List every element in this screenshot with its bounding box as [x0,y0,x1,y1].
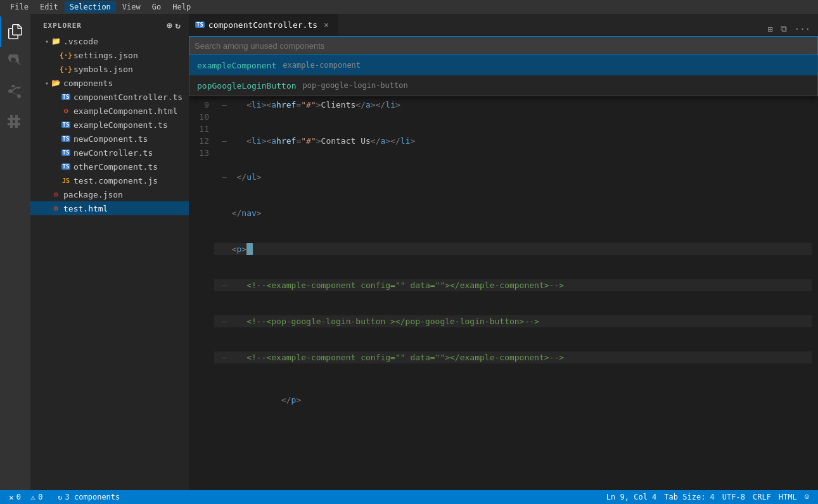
spacer [43,205,51,212]
search-activity-icon[interactable] [0,47,30,77]
code-line-8: </nav> [214,207,812,219]
menu-view[interactable]: View [117,1,146,13]
file-label: package.json [63,190,123,199]
status-encoding[interactable]: UTF-8 [719,490,749,504]
folder-icon: 📁 [51,36,61,46]
spacer [53,121,61,129]
components-label: 3 components [65,493,120,501]
code-line-11: – <!--<pop-google-login-button ></pop-go… [214,315,812,327]
file-label: newComponent.ts [73,134,148,144]
sidebar-item-components[interactable]: ▾ 📂 components [30,76,189,90]
warning-icon: ⚠ [30,493,35,502]
file-label: test.component.js [73,176,158,186]
sidebar-item-package-json[interactable]: ⚙ package.json [30,187,189,201]
source-control-activity-icon[interactable] [0,77,30,108]
component-search-dropdown: exampleComponent example-component popGo… [189,36,818,96]
sidebar-item-vscode[interactable]: ▾ 📁 .vscode [30,34,189,48]
spacer [53,93,61,101]
sidebar-title: EXPLORER [43,22,82,30]
editor-area: TS componentController.ts × ⊞ ⧉ ··· exam… [189,14,818,490]
code-line-5: – <li><a href="#">Clients</a></li> [214,99,812,111]
package-icon: ⚙ [51,189,61,199]
dropdown-item-name: popGoogleLoginButton [197,81,297,91]
encoding-label: UTF-8 [722,493,745,501]
extensions-activity-icon[interactable] [0,108,30,138]
menu-selection[interactable]: Selection [65,1,116,13]
json-icon: {·} [61,64,71,74]
html-icon: ⚙ [61,106,71,116]
more-actions-icon[interactable]: ··· [792,23,813,35]
tab-componentcontroller[interactable]: TS componentController.ts × [189,14,338,35]
open-in-side-icon[interactable]: ⧉ [778,22,789,35]
status-language[interactable]: HTML [775,490,801,504]
ts-icon: TS [61,134,71,144]
status-tabsize[interactable]: Tab Size: 4 [660,490,718,504]
language-label: HTML [779,493,797,501]
sidebar-item-testcomponent-js[interactable]: JS test.component.js [30,173,189,187]
status-components[interactable]: ↻ 3 components [54,490,124,504]
menu-file[interactable]: File [5,1,34,13]
error-icon: ✕ [9,493,14,502]
dropdown-item-tag: pop-google-login-button [303,81,408,90]
status-errors[interactable]: ✕ 0 ⚠ 0 [5,490,46,504]
sidebar-item-examplecomponent-html[interactable]: ⚙ exampleComponent.html [30,104,189,118]
menu-help[interactable]: Help [167,1,196,13]
spacer [43,191,51,198]
menu-go[interactable]: Go [147,1,166,13]
split-editor-icon[interactable]: ⊞ [765,23,775,35]
feedback-icon: ☺ [805,493,809,501]
sidebar-item-test-html[interactable]: ⚙ test.html [30,201,189,215]
dropdown-item-popgoogleloginbutton[interactable]: popGoogleLoginButton pop-google-login-bu… [189,75,817,96]
folder-icon: 📂 [51,78,61,88]
sidebar-item-newcomponent[interactable]: TS newComponent.ts [30,132,189,146]
code-line-10: – <!--<example-component config="" data=… [214,279,812,291]
files-activity-icon[interactable] [0,16,30,47]
tab-icon: TS [195,22,205,28]
tab-close-button[interactable]: × [321,20,331,30]
sync-icon: ↻ [58,493,62,501]
menu-edit[interactable]: Edit [35,1,63,13]
code-editor[interactable]: – <li><a href="#">About</a></li> – <li><… [214,36,812,490]
ts-icon: TS [61,120,71,130]
dropdown-item-tag: example-component [283,61,361,70]
dropdown-item-name: exampleComponent [197,61,276,70]
warning-count: 0 [38,493,42,501]
tab-bar: TS componentController.ts × ⊞ ⧉ ··· [189,14,818,36]
sidebar-item-examplecomponent-ts[interactable]: TS exampleComponent.ts [30,118,189,132]
status-position[interactable]: Ln 9, Col 4 [603,490,660,504]
code-line-12: – <!--<example-component config="" data=… [214,351,812,363]
sidebar-item-componentcontroller[interactable]: TS componentController.ts [30,90,189,104]
line-numbers: 4 5 6 7 8 9 10 11 12 13 [189,36,214,490]
search-input[interactable] [195,41,812,51]
new-file-icon[interactable]: ⊕ [167,20,172,30]
file-label: componentController.ts [73,92,182,102]
file-label: settings.json [73,51,138,60]
dropdown-list: exampleComponent example-component popGo… [189,55,818,96]
status-bar: ✕ 0 ⚠ 0 ↻ 3 components Ln 9, Col 4 Tab S… [0,490,818,504]
file-label: otherComponent.ts [73,162,158,172]
spacer [53,149,61,156]
sidebar-item-symbols-json[interactable]: {·} symbols.json [30,62,189,76]
file-label: test.html [63,204,108,213]
editor-scrollbar[interactable] [812,36,818,490]
json-icon: {·} [61,50,71,60]
code-line-6: – <li><a href="#">Contact Us</a></li> [214,135,812,147]
code-line-7: – </ul> [214,171,812,183]
chevron-down-icon: ▾ [43,79,51,87]
dropdown-item-examplecomponent[interactable]: exampleComponent example-component [189,55,817,75]
sidebar-item-settings-json[interactable]: {·} settings.json [30,48,189,62]
status-bar-left: ✕ 0 ⚠ 0 ↻ 3 components [5,490,124,504]
html-icon: ⚙ [51,203,61,213]
tabsize-label: Tab Size: 4 [664,493,714,501]
tab-actions: ⊞ ⧉ ··· [765,22,818,35]
status-feedback[interactable]: ☺ [801,490,813,504]
sidebar-item-newcontroller[interactable]: TS newController.ts [30,146,189,160]
sidebar-header-actions: ⊕ ↻ [167,20,181,30]
status-eol[interactable]: CRLF [749,490,775,504]
eol-label: CRLF [753,493,771,501]
spacer [53,163,61,170]
refresh-icon[interactable]: ↻ [176,20,181,30]
sidebar-item-othercomponent[interactable]: TS otherComponent.ts [30,160,189,173]
sidebar-tree: ▾ 📁 .vscode {·} settings.json {·} symbol… [30,34,189,490]
position-label: Ln 9, Col 4 [606,493,656,501]
